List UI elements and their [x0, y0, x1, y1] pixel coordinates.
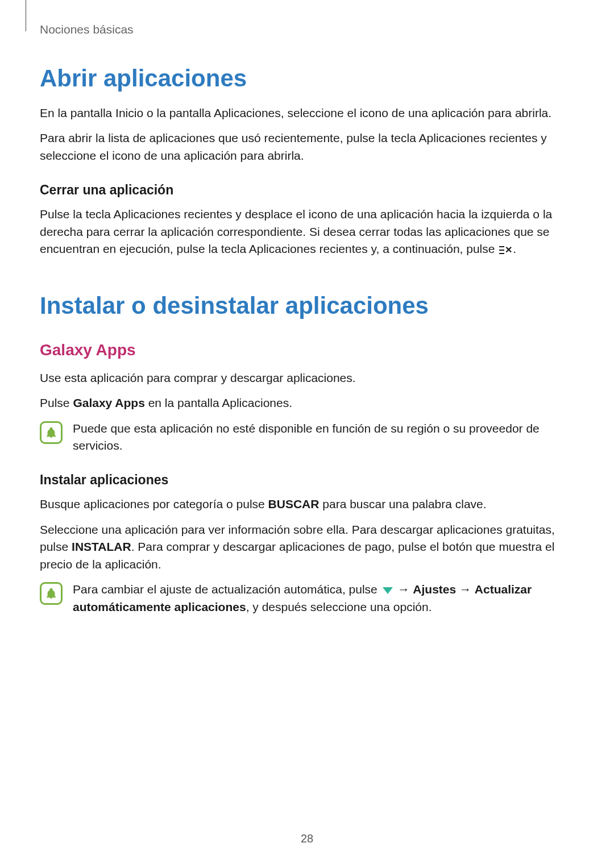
paragraph: Para abrir la lista de aplicaciones que … — [40, 130, 574, 164]
paragraph: Seleccione una aplicación para ver infor… — [40, 521, 574, 573]
bold-text: BUSCAR — [268, 497, 320, 510]
note-block: Puede que esta aplicación no esté dispon… — [40, 420, 574, 455]
bold-text: Galaxy Apps — [73, 396, 144, 409]
bold-text: INSTALAR — [72, 540, 131, 553]
paragraph: En la pantalla Inicio o la pantalla Apli… — [40, 105, 574, 122]
paragraph: Busque aplicaciones por categoría o puls… — [40, 496, 574, 513]
subheading-instalar-aplicaciones: Instalar aplicaciones — [40, 472, 574, 488]
page-number: 28 — [0, 832, 614, 845]
text: → — [395, 583, 413, 596]
subheading-cerrar-aplicacion: Cerrar una aplicación — [40, 182, 574, 198]
text: para buscar una palabra clave. — [319, 497, 486, 510]
text: Busque aplicaciones por categoría o puls… — [40, 497, 268, 510]
page-crop-mark — [26, 0, 26, 31]
bold-text: Ajustes — [413, 583, 456, 596]
text: → — [456, 583, 475, 596]
text: en la pantalla Aplicaciones. — [145, 396, 292, 409]
paragraph: Pulse Galaxy Apps en la pantalla Aplicac… — [40, 394, 574, 412]
text: , y después seleccione una opción. — [246, 600, 432, 613]
breadcrumb: Nociones básicas — [40, 23, 574, 36]
text: . — [513, 242, 516, 255]
heading-instalar-desinstalar: Instalar o desinstalar aplicaciones — [40, 292, 574, 319]
text: Pulse — [40, 396, 73, 409]
note-block: Para cambiar el ajuste de actualización … — [40, 581, 574, 616]
close-all-icon: ✕ — [499, 246, 512, 255]
dropdown-icon — [383, 587, 393, 594]
paragraph: Use esta aplicación para comprar y desca… — [40, 369, 574, 387]
note-text: Puede que esta aplicación no esté dispon… — [73, 420, 574, 455]
text: Pulse la tecla Aplicaciones recientes y … — [40, 207, 552, 255]
heading-abrir-aplicaciones: Abrir aplicaciones — [40, 65, 574, 92]
text: Para cambiar el ajuste de actualización … — [73, 583, 381, 596]
note-bell-icon — [40, 582, 63, 605]
paragraph: Pulse la tecla Aplicaciones recientes y … — [40, 206, 574, 258]
note-bell-icon — [40, 421, 63, 444]
note-text: Para cambiar el ajuste de actualización … — [73, 581, 574, 616]
subheading-galaxy-apps: Galaxy Apps — [40, 341, 574, 359]
